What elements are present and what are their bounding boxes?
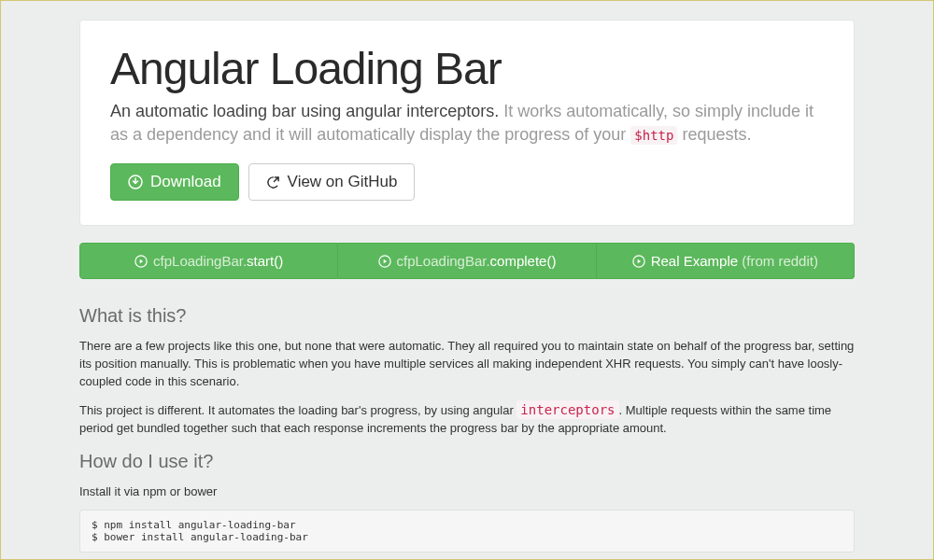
jumbotron: Angular Loading Bar An automatic loading… [79, 20, 855, 226]
what-is-this-heading: What is this? [79, 305, 855, 327]
lead-text: An automatic loading bar using angular i… [110, 100, 824, 147]
install-code-block: $ npm install angular-loading-bar $ bowe… [79, 510, 855, 553]
real-example-button[interactable]: Real Example (from reddit) [597, 243, 855, 279]
interceptors-code: interceptors [517, 400, 618, 419]
play-icon [632, 255, 645, 268]
what-paragraph-1: There are a few projects like this one, … [79, 338, 855, 391]
download-button[interactable]: Download [110, 163, 239, 201]
play-icon [378, 255, 391, 268]
install-label: Install it via npm or bower [79, 483, 855, 501]
lead-dark: An automatic loading bar using angular i… [110, 102, 499, 120]
github-label: View on GitHub [288, 173, 398, 191]
download-label: Download [150, 173, 221, 191]
start-text: cfpLoadingBar.start() [153, 253, 283, 269]
how-do-i-use-it-heading: How do I use it? [79, 451, 855, 472]
start-button[interactable]: cfpLoadingBar.start() [79, 243, 338, 279]
complete-text: cfpLoadingBar.complete() [397, 253, 557, 269]
external-link-icon [266, 175, 280, 189]
github-button[interactable]: View on GitHub [248, 163, 416, 201]
what-paragraph-2: This project is different. It automates … [79, 400, 855, 438]
download-icon [128, 175, 143, 189]
action-button-group: cfpLoadingBar.start() cfpLoadingBar.comp… [79, 243, 855, 279]
http-code: $http [630, 126, 677, 145]
page-title: Angular Loading Bar [110, 43, 824, 94]
complete-button[interactable]: cfpLoadingBar.complete() [338, 243, 596, 279]
real-text: Real Example (from reddit) [651, 253, 818, 269]
lead-light-2: requests. [677, 125, 751, 144]
play-icon [134, 255, 148, 268]
